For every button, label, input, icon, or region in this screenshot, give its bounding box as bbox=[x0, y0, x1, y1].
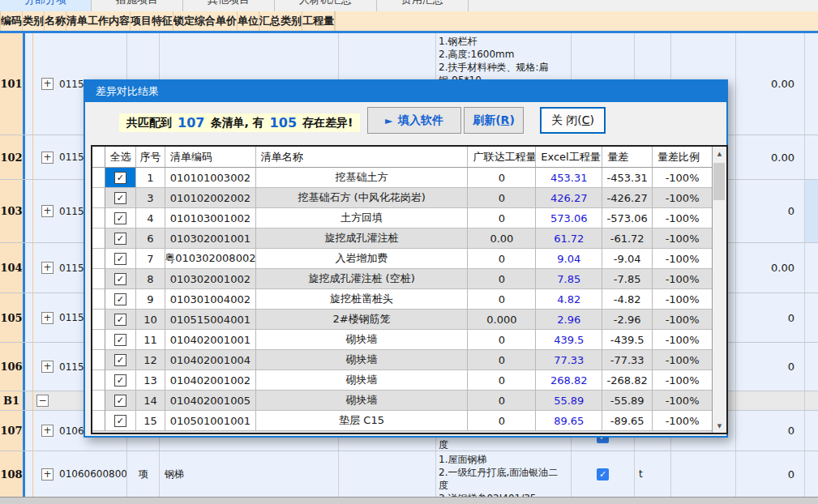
feature-cell: 1.屋面钢梯2.一级红丹打底,面油银油二度3.详钢梯参02J401/35 bbox=[436, 451, 572, 497]
dialog-table-row[interactable]: ✓ 6 010302001001 旋挖成孔灌注桩 0.00 61.72 -61.… bbox=[92, 229, 712, 249]
list-name-cell: 挖基础石方 (中风化花岗岩) bbox=[256, 188, 469, 208]
row-checkbox[interactable]: ✓ bbox=[114, 374, 126, 387]
tab-分部分项[interactable]: 分部分项 bbox=[0, 0, 92, 11]
expand-toggle-icon[interactable]: + bbox=[41, 468, 54, 481]
row-checkbox[interactable]: ✓ bbox=[114, 212, 126, 224]
tab-其他项目[interactable]: 其他项目 bbox=[183, 0, 275, 11]
row-number-cell: 106 bbox=[0, 343, 25, 391]
close-button[interactable]: 关 闭(C) bbox=[540, 107, 606, 134]
list-name-cell: 旋挖桩凿桩头 bbox=[256, 289, 469, 310]
select-cell: ✓ bbox=[105, 310, 136, 330]
tab-措施项目[interactable]: 措施项目 bbox=[92, 0, 183, 11]
fill-button-label: 填入软件 bbox=[398, 113, 443, 128]
dialog-table-row[interactable]: ✓ 13 010402001002 砌块墙 0 268.82 -268.82 -… bbox=[92, 370, 712, 391]
diff-ratio-cell: -100% bbox=[653, 330, 712, 350]
extra-cell bbox=[805, 135, 818, 179]
fill-into-software-button[interactable]: ► 填入软件 bbox=[367, 107, 461, 134]
excel-qty-cell: 55.89 bbox=[536, 391, 602, 411]
dialog-column-header: 全选 bbox=[105, 147, 136, 167]
row-checkbox[interactable]: ✓ bbox=[114, 334, 126, 346]
dialog-table-row[interactable]: ✓ 15 010501001001 垫层 C15 0 89.65 -89.65 … bbox=[92, 411, 712, 431]
row-checkbox[interactable]: ✓ bbox=[114, 172, 126, 184]
dialog-column-header: 清单编码 bbox=[165, 147, 256, 167]
row-checkbox[interactable]: ✓ bbox=[114, 233, 126, 245]
row-checkbox[interactable]: ✓ bbox=[114, 273, 126, 285]
row-indicator-cell bbox=[92, 350, 105, 370]
quantity-cell: 0 bbox=[736, 451, 805, 497]
expand-toggle-icon[interactable]: + bbox=[41, 205, 54, 217]
select-cell: ✓ bbox=[105, 249, 136, 269]
qty-diff-cell: -55.89 bbox=[602, 391, 653, 411]
quantity-cell: 0 bbox=[736, 411, 805, 451]
summary-suffix: 存在差异! bbox=[302, 116, 353, 130]
refresh-button-label: 刷新(R) bbox=[473, 113, 515, 128]
row-checkbox[interactable]: ✓ bbox=[114, 415, 126, 427]
row-number-cell: 108 bbox=[0, 451, 25, 497]
qty-diff-cell: -573.06 bbox=[602, 208, 653, 229]
row-indicator-cell bbox=[92, 411, 105, 431]
expand-toggle-icon[interactable]: + bbox=[41, 361, 54, 373]
row-number-cell: 105 bbox=[0, 293, 25, 342]
quantity-cell: 0 bbox=[736, 343, 805, 391]
select-cell: ✓ bbox=[105, 289, 136, 310]
code-text: 010606008002 bbox=[59, 468, 127, 480]
expand-toggle-icon[interactable]: + bbox=[41, 152, 54, 164]
seq-cell: 3 bbox=[136, 188, 165, 208]
row-checkbox[interactable]: ✓ bbox=[114, 293, 126, 305]
expand-toggle-icon[interactable]: + bbox=[41, 262, 54, 274]
row-checkbox[interactable]: ✓ bbox=[114, 314, 126, 326]
dialog-table-row[interactable]: ✓ 9 010301004002 旋挖桩凿桩头 0 4.82 -4.82 -10… bbox=[92, 289, 712, 310]
excel-qty-cell: 426.27 bbox=[536, 188, 602, 208]
extra-cell bbox=[805, 33, 818, 135]
list-name-cell: 旋挖成孔灌注桩 (空桩) bbox=[256, 269, 469, 289]
qty-diff-cell: -439.5 bbox=[602, 330, 653, 350]
qty-diff-cell: -2.96 bbox=[602, 310, 653, 330]
row-checkbox[interactable]: ✓ bbox=[114, 253, 126, 265]
expand-toggle-icon[interactable]: + bbox=[41, 425, 54, 437]
list-name-cell: 砌块墙 bbox=[256, 391, 469, 411]
dialog-table-row[interactable]: ✓ 8 010302001002 旋挖成孔灌注桩 (空桩) 0 7.85 -7.… bbox=[92, 269, 712, 289]
dialog-vertical-scrollbar[interactable]: ▲ ▼ bbox=[712, 147, 726, 433]
row-checkbox[interactable]: ✓ bbox=[114, 354, 126, 366]
scrollbar-thumb[interactable] bbox=[713, 163, 725, 200]
lock-checkbox[interactable]: ✓ bbox=[597, 468, 609, 481]
expand-toggle-icon[interactable]: + bbox=[41, 312, 54, 324]
scroll-up-icon[interactable]: ▲ bbox=[713, 147, 726, 160]
tab-费用汇总[interactable]: 费用汇总 bbox=[377, 0, 469, 11]
expand-toggle-icon[interactable]: − bbox=[36, 395, 49, 407]
expand-toggle-icon[interactable]: + bbox=[41, 78, 54, 90]
dialog-table-row[interactable]: ✓ 11 010402001001 砌块墙 0 439.5 -439.5 -10… bbox=[92, 330, 712, 350]
row-indicator-cell bbox=[92, 188, 105, 208]
row-indicator-cell bbox=[92, 310, 105, 330]
dialog-table-row[interactable]: ✓ 3 010102002002 挖基础石方 (中风化花岗岩) 0 426.27… bbox=[92, 188, 712, 208]
diff-ratio-cell: -100% bbox=[653, 229, 712, 249]
dialog-table-row[interactable]: ✓ 7 粤010302008002 入岩增加费 0 9.04 -9.04 -10… bbox=[92, 249, 712, 269]
qty-diff-cell: -77.33 bbox=[602, 350, 653, 370]
dialog-title-bar[interactable]: 差异对比结果 bbox=[85, 81, 726, 102]
tab-人材机汇总[interactable]: 人材机汇总 bbox=[275, 0, 377, 11]
dialog-table-row[interactable]: ✓ 12 010402001004 砌块墙 0 77.33 -77.33 -10… bbox=[92, 350, 712, 370]
row-checkbox[interactable]: ✓ bbox=[114, 192, 126, 204]
table-row[interactable]: 108 + 010606008002 项 钢梯 1.屋面钢梯2.一级红丹打底,面… bbox=[0, 451, 818, 498]
diff-ratio-cell: -100% bbox=[653, 208, 712, 229]
row-number-cell: 101 bbox=[0, 33, 25, 135]
dialog-table-row[interactable]: ✓ 10 010515004001 2#楼钢筋笼 0.000 2.96 -2.9… bbox=[92, 310, 712, 330]
quantity-cell bbox=[736, 391, 805, 410]
row-checkbox[interactable]: ✓ bbox=[114, 395, 126, 407]
row-indicator-cell bbox=[92, 208, 105, 229]
dialog-table-row[interactable]: ✓ 14 010402001005 砌块墙 0 55.89 -55.89 -10… bbox=[92, 391, 712, 411]
dialog-table-row[interactable]: ✓ 4 010103001002 土方回填 0 573.06 -573.06 -… bbox=[92, 208, 712, 229]
excel-qty-cell: 439.5 bbox=[536, 330, 602, 350]
dialog-table-row[interactable]: ✓ 1 010101003002 挖基础土方 0 453.31 -453.31 … bbox=[92, 168, 712, 188]
refresh-button[interactable]: 刷新(R) bbox=[464, 107, 524, 134]
row-indicator-cell bbox=[92, 168, 105, 188]
dialog-column-header: Excel工程量 bbox=[536, 147, 602, 167]
extra-cell bbox=[805, 180, 818, 242]
horizontal-scrollbar[interactable] bbox=[0, 497, 818, 504]
scroll-down-icon[interactable]: ▼ bbox=[713, 419, 726, 433]
list-code-cell: 010402001004 bbox=[165, 350, 256, 370]
list-code-cell: 粤010302008002 bbox=[165, 249, 256, 269]
seq-cell: 8 bbox=[136, 269, 165, 289]
select-cell: ✓ bbox=[105, 229, 136, 249]
glodon-qty-cell: 0 bbox=[468, 330, 536, 350]
